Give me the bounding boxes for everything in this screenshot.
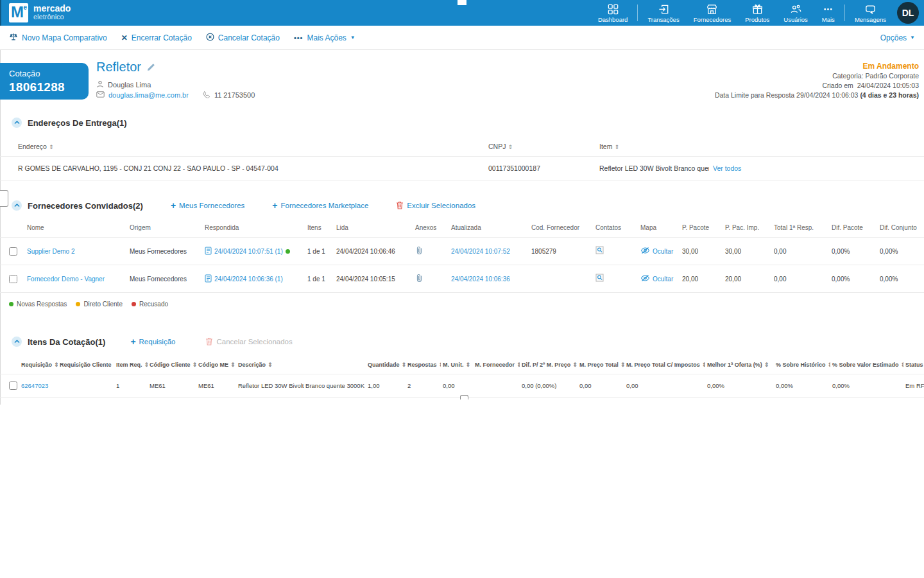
sort-icon: ⇕: [268, 362, 273, 368]
column-header-cnpj[interactable]: CNPJ⇕: [484, 137, 595, 157]
quote-title: Refletor: [96, 60, 156, 74]
ver-todos-link[interactable]: Ver todos: [713, 164, 741, 172]
top-notch: [458, 0, 466, 5]
nav-item-usuarios[interactable]: Usuários: [776, 0, 815, 26]
item-req-value: 1: [114, 374, 148, 398]
nav-item-fornecedores[interactable]: Fornecedores: [687, 0, 739, 26]
response-date-link[interactable]: 24/04/2024 10:07:51 (1): [214, 248, 283, 255]
collapse-chevron-icon[interactable]: [12, 200, 22, 211]
column-header-respostas[interactable]: Respostas⇕: [406, 356, 441, 374]
row-checkbox[interactable]: [9, 381, 17, 390]
more-actions-button[interactable]: ••• Mais Ações ▼: [294, 33, 355, 42]
logo-icon: M e: [9, 3, 28, 22]
row-checkbox[interactable]: [9, 247, 17, 256]
add-marketplace-suppliers-button[interactable]: + Fornecedores Marketplace: [272, 200, 368, 211]
quote-number: 18061288: [9, 80, 89, 94]
column-header-m-preco-total[interactable]: M. Preço Total⇕: [578, 356, 624, 374]
column-header-contatos: Contatos: [592, 218, 637, 238]
column-header-codigo-cliente[interactable]: Código Cliente⇕: [148, 356, 196, 374]
sort-icon: ⇕: [702, 362, 705, 368]
end-quote-button[interactable]: ✕ Encerrar Cotação: [121, 33, 192, 42]
column-header-dif-2-preco[interactable]: Dif. P/ 2º M. Preço⇕: [520, 356, 578, 374]
column-header-m-preco-total-impostos[interactable]: M. Preço Total C/ Impostos⇕: [624, 356, 705, 374]
sobre-historico-value: 0,00%: [774, 374, 830, 398]
owner-email-link[interactable]: douglas.lima@me.com.br: [108, 91, 189, 99]
contacts-preview-icon[interactable]: [595, 249, 604, 256]
column-header-m-fornecedor[interactable]: M. Fornecedor⇕: [473, 356, 520, 374]
column-header-requisicao-cliente[interactable]: Requisição Cliente⇕: [58, 356, 114, 374]
supplier-name-link[interactable]: Fornecedor Demo - Vagner: [27, 276, 105, 283]
paperclip-icon[interactable]: [415, 249, 424, 256]
nav-label: Transações: [647, 16, 679, 23]
add-my-suppliers-button[interactable]: + Meus Fornecedores: [171, 200, 244, 211]
sort-icon: ⇕: [466, 362, 471, 368]
edit-pencil-icon[interactable]: [147, 60, 156, 74]
nav-item-mais[interactable]: Mais: [815, 0, 842, 26]
more-dots-icon: •••: [294, 34, 304, 42]
add-requisition-button[interactable]: + Requisição: [130, 337, 175, 347]
contacts-preview-icon[interactable]: [595, 277, 604, 284]
cancel-selected-items-button[interactable]: Cancelar Selecionados: [205, 337, 292, 347]
chevron-down-icon: ▼: [910, 35, 915, 40]
nav-item-transacoes[interactable]: Transações: [640, 0, 686, 26]
nav-label: Usuários: [783, 16, 808, 23]
phone-number: 11 21753500: [214, 91, 255, 99]
collapse-chevron-icon[interactable]: [12, 337, 22, 347]
suppliers-table: Nome Origem Respondida Itens Lida Anexos…: [0, 218, 924, 293]
quote-number-card: Cotação 18061288: [0, 63, 89, 100]
supplier-lida: 24/04/2024 10:05:15: [332, 265, 411, 293]
side-tab-handle[interactable]: [0, 190, 8, 207]
column-header-requisicao[interactable]: Requisição⇕: [19, 356, 58, 374]
quote-contact: douglas.lima@me.com.br 11 21753500: [96, 91, 255, 100]
trash-icon: [205, 337, 213, 347]
hide-map-link[interactable]: Ocultar: [653, 276, 673, 283]
sort-icon: ⇕: [614, 144, 619, 150]
column-header-codigo-me[interactable]: Código ME⇕: [196, 356, 236, 374]
brand-text: mercado eletrônico: [33, 4, 71, 21]
column-header-sobre-valor-estimado[interactable]: % Sobre Valor Estimado⇕: [830, 356, 903, 374]
brand-name: mercado: [33, 4, 71, 13]
nav-item-mensagens[interactable]: Mensagens: [848, 0, 893, 26]
supplier-name-link[interactable]: Supplier Demo 2: [27, 248, 74, 255]
column-header-status[interactable]: Status⇕: [903, 356, 924, 374]
user-avatar[interactable]: DL: [897, 2, 919, 24]
column-header-p-pac-imp: P. Pac. Imp.: [721, 218, 770, 238]
column-header-item-req[interactable]: Item Req.⇕: [114, 356, 148, 374]
column-header-m-unit[interactable]: M. Unit.⇕: [441, 356, 473, 374]
brand-logo[interactable]: M e mercado eletrônico: [0, 3, 71, 22]
column-header-dif-conjunto: Dif. Conjunto: [876, 218, 924, 238]
column-header-quantidade[interactable]: Quantidade⇕: [366, 356, 406, 374]
response-date-link[interactable]: 24/04/2024 10:06:36 (1): [214, 276, 283, 283]
nav-item-produtos[interactable]: Produtos: [738, 0, 776, 26]
column-header-descricao[interactable]: Descrição⇕: [236, 356, 366, 374]
nav-label: Dashboard: [598, 16, 628, 23]
column-header-melhor-oferta[interactable]: Melhor 1ª Oferta (%)⇕: [705, 356, 774, 374]
legend-refused: Recusado: [132, 301, 168, 308]
addresses-title: Endereços De Entrega(1): [28, 118, 127, 128]
nav-item-dashboard[interactable]: Dashboard: [591, 0, 635, 26]
hide-map-link[interactable]: Ocultar: [653, 248, 673, 255]
p-pacote-value: 20,00: [678, 265, 721, 293]
new-comparative-map-button[interactable]: Novo Mapa Comparativo: [9, 32, 107, 43]
cancel-quote-button[interactable]: Cancelar Cotação: [206, 33, 280, 43]
nav-label: Produtos: [745, 16, 769, 23]
requisicao-cliente-value: [58, 374, 114, 398]
updated-date-link[interactable]: 24/04/2024 10:07:52: [451, 248, 510, 255]
status-badge: Em Andamento: [715, 62, 919, 71]
updated-date-link[interactable]: 24/04/2024 10:06:36: [451, 276, 510, 283]
column-header-item[interactable]: Item⇕: [595, 137, 709, 157]
row-checkbox[interactable]: [9, 275, 17, 283]
comparative-map-icon: [9, 32, 18, 43]
paperclip-icon[interactable]: [415, 277, 424, 284]
requisition-link[interactable]: 62647023: [21, 382, 48, 389]
collapse-chevron-icon[interactable]: [12, 118, 22, 128]
plus-icon: +: [272, 200, 277, 211]
deadline-remaining: (4 dias e 23 horas): [860, 91, 919, 99]
sort-icon: ⇕: [54, 362, 58, 368]
delete-selected-suppliers-button[interactable]: Excluir Selecionados: [396, 201, 475, 211]
options-button[interactable]: Opções ▼: [880, 33, 915, 42]
column-header-sobre-historico[interactable]: % Sobre Histórico⇕: [774, 356, 830, 374]
column-header-endereco[interactable]: Endereço⇕: [0, 137, 484, 157]
address-row: R GOMES DE CARVALHO, 1195 - CONJ 21 CONJ…: [0, 157, 924, 180]
eye-off-icon: [640, 247, 650, 256]
